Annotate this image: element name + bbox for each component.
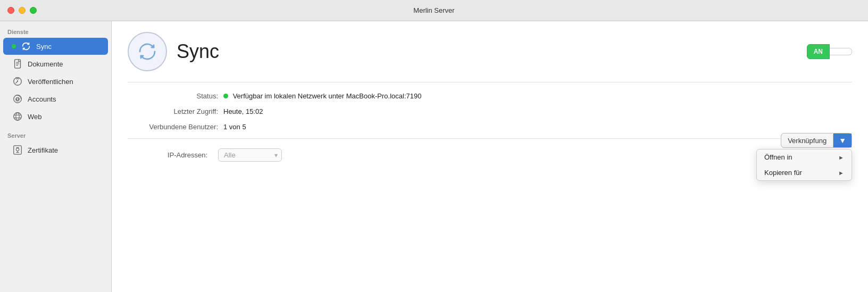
menu-item-offnen-in[interactable]: Öffnen in ►: [757, 149, 852, 165]
sidebar-section-dienste: Dienste: [0, 27, 111, 37]
sync-status-dot: [12, 44, 16, 48]
titlebar: Merlin Server: [0, 0, 868, 21]
maximize-button[interactable]: [30, 7, 37, 14]
last-access-label: Letzter Zugriff:: [138, 107, 223, 115]
menu-item-kopieren-fur-label: Kopieren für: [764, 169, 802, 177]
status-value: Verfügbar im lokalen Netzwerk unter MacB…: [223, 92, 421, 100]
status-text: Verfügbar im lokalen Netzwerk unter MacB…: [233, 92, 422, 100]
sidebar-item-sync[interactable]: Sync: [3, 38, 108, 55]
connected-users-row: Verbundene Benutzer: 1 von 5: [138, 123, 841, 131]
sidebar: Dienste Sync: [0, 21, 112, 292]
kopieren-fur-arrow-icon: ►: [838, 170, 844, 176]
sidebar-item-web-label: Web: [28, 113, 42, 121]
divider-top: [128, 82, 852, 82]
sync-icon-large: [128, 32, 167, 71]
sync-icon: [20, 40, 32, 52]
sidebar-item-dokumente[interactable]: Dokumente: [3, 55, 108, 72]
ip-label: IP-Adressen:: [128, 151, 213, 159]
content-title: Sync: [177, 40, 219, 63]
dokumente-icon: [12, 58, 23, 70]
info-section: Status: Verfügbar im lokalen Netzwerk un…: [128, 92, 852, 131]
sidebar-item-sync-label: Sync: [36, 43, 52, 51]
veroffentlichen-icon: [12, 76, 23, 87]
connected-users-label: Verbundene Benutzer:: [138, 123, 223, 131]
sidebar-item-zertifikate-label: Zertifikate: [28, 146, 58, 154]
toggle-switch[interactable]: AN: [807, 44, 852, 59]
svg-rect-13: [14, 146, 22, 154]
sidebar-item-veroffentlichen-label: Veröffentlichen: [28, 78, 73, 86]
content-area: Sync AN Status: Verfügbar im lokalen Net…: [112, 21, 868, 292]
sidebar-item-web[interactable]: Web: [3, 108, 108, 125]
menu-item-kopieren-fur[interactable]: Kopieren für ►: [757, 165, 852, 180]
toggle-off-label[interactable]: [830, 48, 852, 55]
last-access-row: Letzter Zugriff: Heute, 15:02: [138, 107, 841, 115]
status-green-dot: [223, 94, 228, 98]
minimize-button[interactable]: [19, 7, 26, 14]
svg-point-9: [14, 113, 22, 121]
ip-section: IP-Adressen: Alle: [128, 148, 852, 162]
content-header: Sync AN: [128, 32, 852, 71]
web-icon: [12, 111, 23, 122]
verknuepfung-label: Verknüpfung: [781, 134, 833, 147]
sidebar-item-accounts[interactable]: @ Accounts: [3, 90, 108, 107]
close-button[interactable]: [7, 7, 14, 14]
divider-bottom: [128, 138, 852, 139]
verknuepfung-container: Verknüpfung ▼ Öffnen in ► Kopieren für ►: [781, 133, 852, 148]
status-label: Status:: [138, 92, 223, 100]
verknuepfung-button[interactable]: Verknüpfung ▼: [781, 133, 852, 148]
offnen-in-arrow-icon: ►: [838, 154, 844, 161]
svg-point-14: [16, 148, 19, 151]
sidebar-item-dokumente-label: Dokumente: [28, 60, 63, 68]
sidebar-item-zertifikate[interactable]: Zertifikate: [3, 141, 108, 158]
status-row: Status: Verfügbar im lokalen Netzwerk un…: [138, 92, 841, 100]
main-layout: Dienste Sync: [0, 21, 868, 292]
sidebar-item-veroffentlichen[interactable]: Veröffentlichen: [3, 73, 108, 90]
content-header-left: Sync: [128, 32, 219, 71]
ip-dropdown-wrapper[interactable]: Alle: [218, 148, 282, 162]
svg-point-10: [16, 113, 19, 121]
zertifikate-icon: [12, 144, 23, 156]
toggle-on-label[interactable]: AN: [807, 44, 830, 59]
menu-item-offnen-in-label: Öffnen in: [764, 153, 792, 161]
traffic-lights: [7, 7, 37, 14]
accounts-icon: @: [12, 93, 23, 105]
verknuepfung-arrow-icon[interactable]: ▼: [833, 134, 852, 147]
svg-text:@: @: [15, 97, 20, 102]
sidebar-item-accounts-label: Accounts: [28, 95, 56, 103]
verknuepfung-dropdown-menu: Öffnen in ► Kopieren für ►: [756, 149, 852, 181]
window-title: Merlin Server: [413, 6, 454, 14]
connected-users-value: 1 von 5: [223, 123, 246, 131]
last-access-value: Heute, 15:02: [223, 107, 263, 115]
ip-dropdown[interactable]: Alle: [218, 148, 282, 162]
svg-point-5: [17, 80, 18, 81]
sidebar-section-server: Server: [0, 130, 111, 141]
